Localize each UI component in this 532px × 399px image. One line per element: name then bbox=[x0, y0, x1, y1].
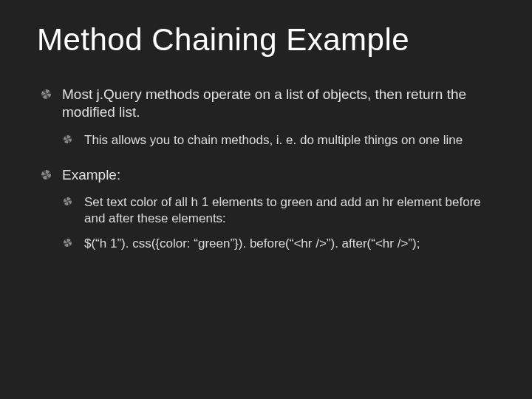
slide-title: Method Chaining Example bbox=[37, 22, 495, 58]
bullet-text: Example: bbox=[62, 167, 120, 183]
list-item: Example: Set text color of all h 1 eleme… bbox=[37, 166, 495, 253]
list-item: Most j.Query methods operate on a list o… bbox=[37, 86, 495, 149]
bullet-list: Most j.Query methods operate on a list o… bbox=[37, 86, 495, 252]
sub-list: This allows you to chain methods, i. e. … bbox=[62, 132, 495, 149]
bullet-text: This allows you to chain methods, i. e. … bbox=[84, 133, 463, 147]
bullet-text: $(“h 1”). css({color: “green”}). before(… bbox=[84, 236, 420, 250]
list-item: $(“h 1”). css({color: “green”}). before(… bbox=[62, 236, 495, 252]
slide: Method Chaining Example Most j.Query met… bbox=[0, 0, 532, 399]
sub-list: Set text color of all h 1 elements to gr… bbox=[62, 194, 495, 252]
bullet-text: Set text color of all h 1 elements to gr… bbox=[84, 195, 481, 225]
list-item: This allows you to chain methods, i. e. … bbox=[62, 132, 495, 149]
bullet-text: Most j.Query methods operate on a list o… bbox=[62, 86, 466, 120]
list-item: Set text color of all h 1 elements to gr… bbox=[62, 194, 495, 227]
